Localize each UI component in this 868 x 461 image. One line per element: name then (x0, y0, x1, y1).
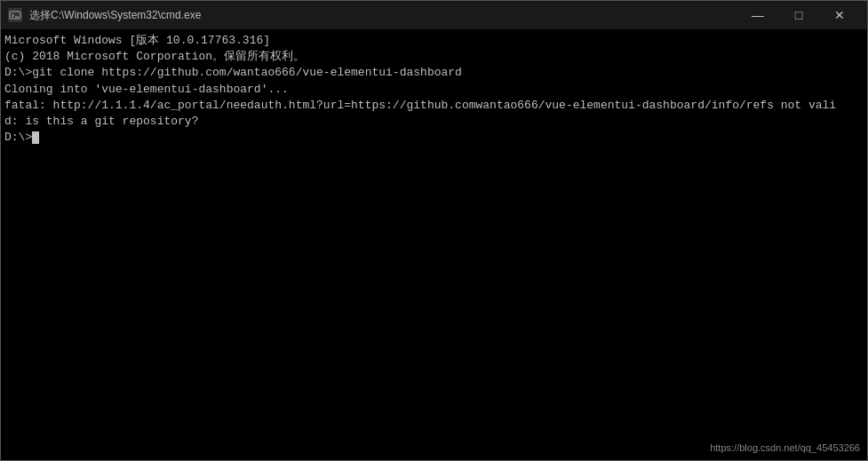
titlebar-left: 选择C:\Windows\System32\cmd.exe (8, 8, 201, 23)
console-line-2: (c) 2018 Microsoft Corporation。保留所有权利。 (4, 49, 864, 65)
console-line-4: D:\>git clone https://github.com/wantao6… (4, 65, 864, 81)
titlebar-title: 选择C:\Windows\System32\cmd.exe (29, 8, 201, 23)
cmd-icon (8, 8, 22, 22)
close-button[interactable]: ✕ (819, 1, 860, 29)
titlebar: 选择C:\Windows\System32\cmd.exe — □ ✕ (1, 1, 867, 29)
console-line-6: fatal: http://1.1.1.4/ac_portal/needauth… (4, 98, 864, 114)
svg-rect-0 (10, 12, 20, 19)
watermark: https://blog.csdn.net/qq_45453266 (710, 442, 860, 453)
console-line-7: d: is this a git repository? (4, 114, 864, 130)
cursor (32, 131, 39, 144)
minimize-button[interactable]: — (737, 1, 778, 29)
maximize-button[interactable]: □ (778, 1, 819, 29)
console-body[interactable]: Microsoft Windows [版本 10.0.17763.316] (c… (1, 29, 867, 460)
console-line-1: Microsoft Windows [版本 10.0.17763.316] (4, 33, 864, 49)
console-line-9: D:\> (4, 130, 864, 146)
console-line-5: Cloning into 'vue-elementui-dashboard'..… (4, 82, 864, 98)
cmd-window: 选择C:\Windows\System32\cmd.exe — □ ✕ Micr… (0, 0, 868, 461)
titlebar-controls: — □ ✕ (737, 1, 860, 29)
